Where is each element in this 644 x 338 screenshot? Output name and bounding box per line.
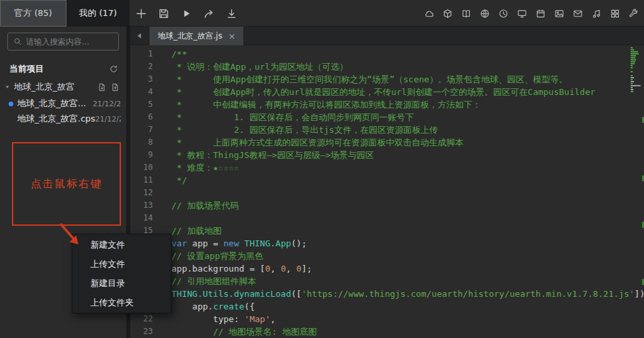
- annotation-text: 点击鼠标右键: [31, 177, 102, 191]
- share-icon[interactable]: [203, 8, 215, 19]
- minimap-line: [631, 85, 641, 86]
- code-line[interactable]: 11 */: [130, 174, 644, 187]
- editor-tab[interactable]: 地球_北京_故宫.js ×: [150, 27, 243, 45]
- line-number: 23: [130, 325, 161, 338]
- export-file-icon[interactable]: [111, 83, 120, 92]
- chevron-left-icon[interactable]: [135, 31, 144, 41]
- line-number: 13: [130, 199, 161, 212]
- code-line[interactable]: 12: [130, 187, 644, 199]
- tree-item-cps-file[interactable]: 地球_北京_故宫.cps 21/12/2: [0, 112, 121, 126]
- code-editor[interactable]: 1/**2 * 说明：创建App，url为园区地址（可选）3 * 使用App创建…: [130, 45, 644, 338]
- context-menu-item-2[interactable]: 上传文件: [72, 254, 171, 274]
- minimap-line: [631, 89, 633, 90]
- active-file-dot: [9, 102, 13, 106]
- code-line[interactable]: 10 * 难度：★☆☆☆☆: [130, 161, 644, 174]
- top-toolbar: 官方 (85) 我的 (17): [0, 0, 644, 27]
- current-project-header: 当前项目: [9, 62, 118, 76]
- cube-icon[interactable]: [443, 9, 453, 19]
- monitor-icon[interactable]: [517, 9, 527, 19]
- close-icon[interactable]: ×: [228, 32, 235, 41]
- minimap[interactable]: [631, 47, 641, 92]
- line-number: 12: [130, 187, 161, 199]
- minimap-line: [631, 79, 633, 80]
- code-line[interactable]: 4 * 创建App时，传入的url就是园区的地址，不传url则创建一个空的场景。…: [130, 86, 644, 98]
- wrench-icon[interactable]: [629, 9, 639, 19]
- line-number: 11: [130, 174, 161, 187]
- code-line[interactable]: 3 * 使用App创建打开的三维空间我们称之为“场景”（scene）。场景包含地…: [130, 73, 644, 86]
- mail-icon[interactable]: [573, 9, 583, 19]
- refresh-icon[interactable]: [109, 64, 118, 74]
- clock-icon[interactable]: [498, 9, 508, 19]
- calendar-icon[interactable]: [536, 9, 546, 19]
- editor-tabbar: 地球_北京_故宫.js ×: [130, 27, 644, 45]
- file-name: 地球_北京_故宫.cps: [17, 113, 95, 125]
- search-input[interactable]: [26, 37, 113, 46]
- code-text: app.background = [0, 0, 0];: [161, 262, 312, 275]
- save-icon[interactable]: [158, 8, 169, 19]
- book-icon[interactable]: [461, 9, 471, 19]
- code-text: */: [161, 174, 187, 187]
- code-line[interactable]: 19// 引用地图组件脚本: [130, 275, 644, 288]
- minimap-line: [631, 55, 636, 56]
- code-line[interactable]: 8 * 上面两种方式生成的园区资源均可在资源面板中双击自动生成脚本: [130, 136, 644, 149]
- code-lines: 1/**2 * 说明：创建App，url为园区地址（可选）3 * 使用App创建…: [130, 48, 644, 338]
- line-number: 4: [130, 86, 161, 98]
- code-line[interactable]: 17// 设置app背景为黑色: [130, 250, 644, 262]
- code-text: // 加载场景代码: [161, 199, 239, 212]
- annotation-arrow-icon: [56, 222, 90, 251]
- minimap-line: [631, 61, 635, 62]
- minimap-line: [631, 91, 633, 92]
- tab-official-projects[interactable]: 官方 (85): [0, 0, 66, 27]
- caret-down-icon[interactable]: [4, 84, 11, 90]
- project-tree-root[interactable]: 地球_北京_故宫: [4, 80, 120, 94]
- code-line[interactable]: 5 * 中创建编辑，有两种方法可以将园区添加到线上资源面板，方法如下：: [130, 98, 644, 111]
- code-line[interactable]: 22 type: 'Map',: [130, 313, 644, 325]
- code-line[interactable]: 16var app = new THING.App();: [130, 237, 644, 250]
- line-number: 14: [130, 212, 161, 224]
- code-line[interactable]: 2 * 说明：创建App，url为园区地址（可选）: [130, 60, 644, 73]
- code-line[interactable]: 9 * 教程：ThingJS教程—>园区与层级—>场景与园区: [130, 149, 644, 161]
- download-icon[interactable]: [226, 8, 237, 19]
- code-text: /**: [161, 48, 187, 60]
- context-menu-item-3[interactable]: 新建目录: [72, 274, 171, 293]
- code-line[interactable]: 13// 加载场景代码: [130, 199, 644, 212]
- cloud-icon[interactable]: [424, 9, 434, 19]
- code-text: * 创建App时，传入的url就是园区的地址，不传url则创建一个空的场景。园区…: [161, 86, 595, 98]
- run-icon[interactable]: [181, 8, 192, 19]
- code-line[interactable]: 1/**: [130, 48, 644, 60]
- line-number: 2: [130, 60, 161, 73]
- code-line[interactable]: 20THING.Utils.dynamicLoad(['https://www.…: [130, 288, 644, 300]
- globe-icon[interactable]: [480, 9, 490, 19]
- grid-icon[interactable]: [610, 9, 620, 19]
- code-line[interactable]: 23 // 地图场景名: 地图底图: [130, 325, 644, 338]
- minimap-line: [631, 49, 634, 50]
- code-text: // 地图场景名: 地图底图: [161, 325, 317, 338]
- code-text: [161, 212, 171, 224]
- code-text: * 中创建编辑，有两种方法可以将园区添加到线上资源面板，方法如下：: [161, 98, 481, 111]
- image-icon[interactable]: [554, 9, 564, 19]
- minimap-line: [631, 59, 636, 60]
- minimap-line: [631, 67, 633, 68]
- import-file-icon[interactable]: [98, 83, 106, 92]
- minimap-line: [631, 77, 634, 78]
- tree-item-js-file[interactable]: 地球_北京_故宫... 21/12/2: [0, 96, 121, 111]
- project-name: 地球_北京_故宫: [14, 81, 94, 93]
- line-number: 7: [130, 124, 161, 136]
- context-menu-item-4[interactable]: 上传文件夹: [72, 293, 171, 312]
- add-icon[interactable]: [136, 8, 147, 19]
- code-text: * 2. 园区保存后，导出tjs文件，在园区资源面板上传: [161, 124, 438, 136]
- music-icon[interactable]: [591, 9, 601, 19]
- search-box[interactable]: [7, 33, 119, 50]
- code-line[interactable]: 21 app.create({: [130, 300, 644, 313]
- code-line[interactable]: 15// 加载地图: [130, 224, 644, 237]
- code-line[interactable]: 14: [130, 212, 644, 224]
- ide-window: 官方 (85) 我的 (17) 当前项目 地球_北京_故宫 地球_北京_故宫..…: [0, 0, 644, 338]
- code-line[interactable]: 7 * 2. 园区保存后，导出tjs文件，在园区资源面板上传: [130, 124, 644, 136]
- code-line[interactable]: 18app.background = [0, 0, 0];: [130, 262, 644, 275]
- code-text: type: 'Map',: [161, 313, 276, 325]
- code-text: * 说明：创建App，url为园区地址（可选）: [161, 60, 348, 73]
- code-line[interactable]: 6 * 1. 园区保存后，会自动同步到网页同一账号下: [130, 111, 644, 124]
- tab-my-projects[interactable]: 我的 (17): [66, 0, 130, 27]
- current-project-title: 当前项目: [9, 63, 44, 75]
- code-text: * 使用App创建打开的三维空间我们称之为“场景”（scene）。场景包含地球、…: [161, 73, 568, 86]
